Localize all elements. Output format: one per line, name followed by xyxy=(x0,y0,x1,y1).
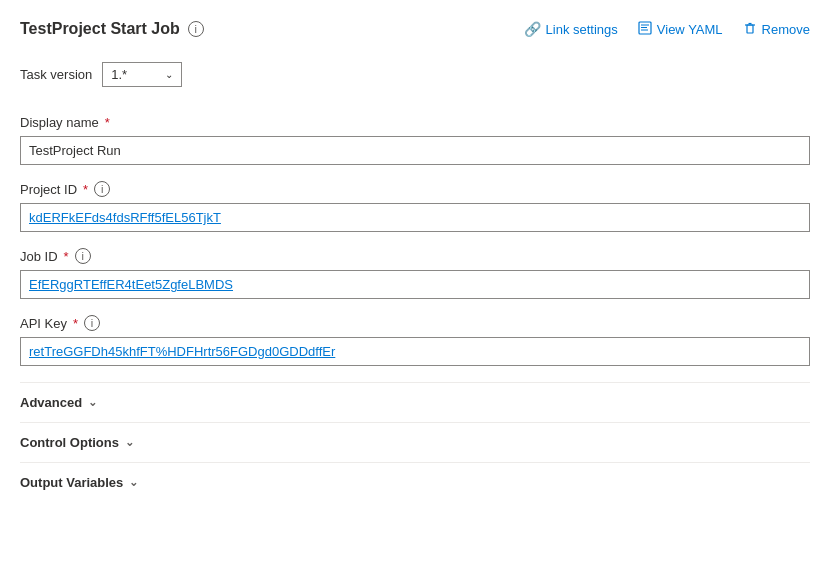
output-variables-section: Output Variables ⌄ xyxy=(20,462,810,502)
job-id-info-icon[interactable]: i xyxy=(75,248,91,264)
title-info-icon[interactable]: i xyxy=(188,21,204,37)
api-key-label: API Key * i xyxy=(20,315,810,331)
advanced-section: Advanced ⌄ xyxy=(20,382,810,422)
trash-icon xyxy=(743,21,757,38)
view-yaml-label: View YAML xyxy=(657,22,723,37)
header-actions: 🔗 Link settings View YAML xyxy=(524,21,810,38)
view-yaml-button[interactable]: View YAML xyxy=(638,21,723,38)
main-container: TestProject Start Job i 🔗 Link settings … xyxy=(0,0,830,573)
display-name-required: * xyxy=(105,115,110,130)
advanced-label: Advanced xyxy=(20,395,82,410)
yaml-icon xyxy=(638,21,652,38)
api-key-required: * xyxy=(73,316,78,331)
display-name-group: Display name * xyxy=(20,115,810,165)
job-id-required: * xyxy=(64,249,69,264)
task-version-row: Task version 1.* ⌄ xyxy=(20,62,810,87)
header: TestProject Start Job i 🔗 Link settings … xyxy=(20,20,810,38)
control-options-label: Control Options xyxy=(20,435,119,450)
control-options-section: Control Options ⌄ xyxy=(20,422,810,462)
output-variables-label: Output Variables xyxy=(20,475,123,490)
api-key-group: API Key * i xyxy=(20,315,810,366)
control-options-chevron-icon: ⌄ xyxy=(125,436,134,449)
job-id-label: Job ID * i xyxy=(20,248,810,264)
output-variables-chevron-icon: ⌄ xyxy=(129,476,138,489)
header-left: TestProject Start Job i xyxy=(20,20,204,38)
page-title: TestProject Start Job xyxy=(20,20,180,38)
control-options-header[interactable]: Control Options ⌄ xyxy=(20,435,810,450)
output-variables-header[interactable]: Output Variables ⌄ xyxy=(20,475,810,490)
task-version-value: 1.* xyxy=(111,67,127,82)
job-id-input[interactable] xyxy=(20,270,810,299)
display-name-label: Display name * xyxy=(20,115,810,130)
api-key-input[interactable] xyxy=(20,337,810,366)
task-version-label: Task version xyxy=(20,67,92,82)
chevron-down-icon: ⌄ xyxy=(165,69,173,80)
project-id-required: * xyxy=(83,182,88,197)
advanced-header[interactable]: Advanced ⌄ xyxy=(20,395,810,410)
project-id-input[interactable] xyxy=(20,203,810,232)
task-version-select[interactable]: 1.* ⌄ xyxy=(102,62,182,87)
svg-rect-4 xyxy=(747,25,753,33)
remove-label: Remove xyxy=(762,22,810,37)
link-settings-button[interactable]: 🔗 Link settings xyxy=(524,21,618,37)
link-settings-label: Link settings xyxy=(546,22,618,37)
job-id-group: Job ID * i xyxy=(20,248,810,299)
remove-button[interactable]: Remove xyxy=(743,21,810,38)
project-id-info-icon[interactable]: i xyxy=(94,181,110,197)
advanced-chevron-icon: ⌄ xyxy=(88,396,97,409)
api-key-info-icon[interactable]: i xyxy=(84,315,100,331)
link-icon: 🔗 xyxy=(524,21,541,37)
project-id-group: Project ID * i xyxy=(20,181,810,232)
display-name-input[interactable] xyxy=(20,136,810,165)
project-id-label: Project ID * i xyxy=(20,181,810,197)
